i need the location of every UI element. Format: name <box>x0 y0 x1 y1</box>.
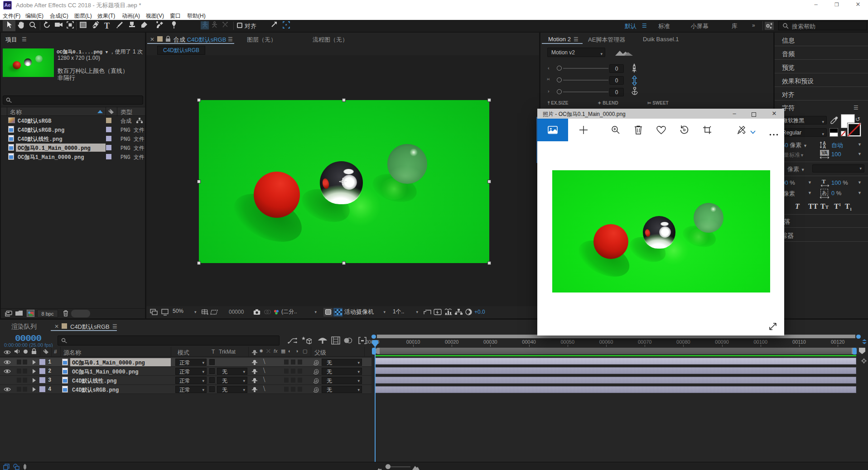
svg-text:A: A <box>823 144 826 149</box>
svg-text:T: T <box>822 178 826 185</box>
